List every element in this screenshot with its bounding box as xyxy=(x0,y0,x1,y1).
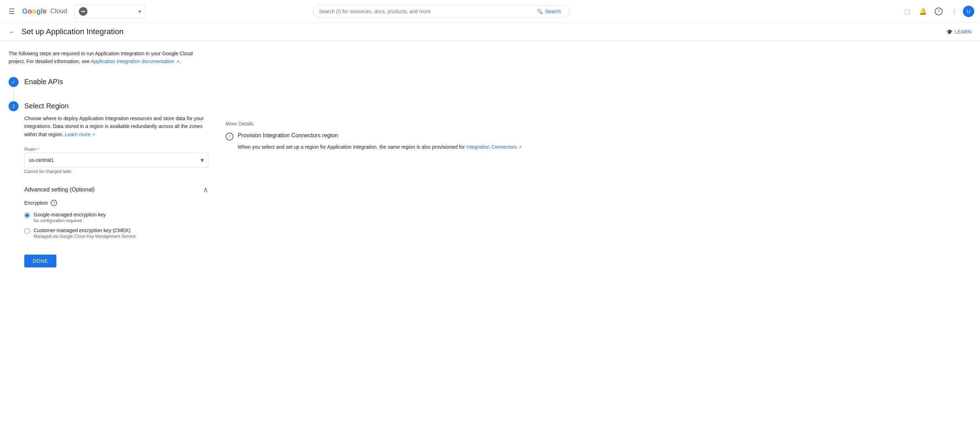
more-details-title: More Details xyxy=(226,121,971,127)
back-button[interactable]: ← xyxy=(9,28,16,36)
documentation-link[interactable]: Application Integration documentation ↗ xyxy=(91,59,179,64)
google-managed-label[interactable]: Google-managed encryption key No configu… xyxy=(24,212,208,223)
region-field: Region * us-central1 us-east1 us-west1 e… xyxy=(24,147,208,174)
step-1-check-icon: ✓ xyxy=(9,77,19,87)
top-nav: ☰ Google Cloud ●● ▾ 🔍 Search ⬚ 🔔 ? ⋮ U xyxy=(0,0,980,23)
encryption-label: Encryption ? xyxy=(24,200,208,206)
chevron-up-icon: ∧ xyxy=(203,185,208,194)
search-bar: 🔍 Search xyxy=(313,5,570,17)
info-content: Provision Integration Connectors region … xyxy=(238,132,522,151)
google-managed-radio[interactable] xyxy=(24,212,30,218)
step-1: ✓ Enable APIs xyxy=(9,77,208,87)
terminal-button[interactable]: ⬚ xyxy=(900,4,914,19)
google-managed-option: Google-managed encryption key No configu… xyxy=(24,212,208,223)
step-2-number: 2 xyxy=(9,101,19,111)
bell-icon: 🔔 xyxy=(919,8,927,15)
advanced-section: Advanced setting (Optional) ∧ Encryption… xyxy=(24,185,208,239)
page-title: Set up Application Integration xyxy=(21,27,124,36)
user-avatar[interactable]: U xyxy=(963,6,974,17)
integration-connectors-link[interactable]: Integration Connectors ↗ xyxy=(466,144,522,150)
secondary-header: ← Set up Application Integration 🎓 LEARN xyxy=(0,23,980,41)
right-panel: More Details i Provision Integration Con… xyxy=(226,49,971,270)
project-selector[interactable]: ●● ▾ xyxy=(74,5,146,18)
terminal-icon: ⬚ xyxy=(904,8,910,15)
learn-icon: 🎓 xyxy=(947,29,953,35)
cloud-text: Cloud xyxy=(50,8,67,15)
description-text: The following steps are required to run … xyxy=(9,49,208,66)
more-icon: ⋮ xyxy=(951,8,958,15)
google-managed-text: Google-managed encryption key No configu… xyxy=(33,212,106,223)
region-select-wrapper: us-central1 us-east1 us-west1 europe-wes… xyxy=(24,153,208,168)
project-chevron-icon: ▾ xyxy=(138,9,141,14)
search-input[interactable] xyxy=(319,9,531,14)
step-1-indicator: ✓ xyxy=(9,77,19,87)
region-select[interactable]: us-central1 us-east1 us-west1 europe-wes… xyxy=(25,153,208,167)
info-icon: i xyxy=(226,133,234,141)
google-cloud-logo: Google Cloud xyxy=(22,7,67,15)
project-avatar: ●● xyxy=(79,7,88,16)
region-note: Cannot be changed later. xyxy=(24,169,208,174)
region-label: Region * xyxy=(24,147,208,151)
notifications-button[interactable]: 🔔 xyxy=(916,4,930,19)
step-2-description: Choose where to deploy Application Integ… xyxy=(24,114,208,138)
learn-label: LEARN xyxy=(955,29,971,35)
step-2-indicator: 2 xyxy=(9,101,19,111)
info-title: Provision Integration Connectors region xyxy=(238,132,522,139)
step-connector xyxy=(9,90,208,101)
help-button[interactable]: ? xyxy=(931,4,946,19)
main-content: The following steps are required to run … xyxy=(0,41,980,279)
customer-managed-subtitle: Managed via Google Cloud Key Management … xyxy=(33,234,135,239)
encryption-help-icon[interactable]: ? xyxy=(51,200,57,206)
learn-button[interactable]: 🎓 LEARN xyxy=(947,29,971,35)
left-panel: The following steps are required to run … xyxy=(9,49,208,270)
google-managed-subtitle: No configuration required xyxy=(33,218,106,223)
project-avatar-icon: ●● xyxy=(81,9,85,13)
customer-managed-option: Customer-managed encryption key (CMEK) M… xyxy=(24,228,208,239)
user-initial: U xyxy=(967,9,970,14)
customer-managed-radio[interactable] xyxy=(24,228,30,234)
advanced-title: Advanced setting (Optional) xyxy=(24,187,95,193)
search-icon: 🔍 xyxy=(537,9,543,14)
done-button[interactable]: DONE xyxy=(24,255,56,268)
step-1-title: Enable APIs xyxy=(24,77,63,86)
connector-line-inner xyxy=(13,90,14,101)
help-icon: ? xyxy=(935,8,943,15)
hamburger-menu[interactable]: ☰ xyxy=(6,4,18,19)
search-button[interactable]: 🔍 Search xyxy=(534,9,563,14)
connector-line xyxy=(9,90,19,101)
nav-icons: ⬚ 🔔 ? ⋮ U xyxy=(900,4,974,19)
search-label: Search xyxy=(545,9,561,14)
step-2-content: Select Region Choose where to deploy App… xyxy=(24,101,208,268)
info-card: i Provision Integration Connectors regio… xyxy=(226,132,971,151)
step-2-title: Select Region xyxy=(24,101,208,110)
advanced-header[interactable]: Advanced setting (Optional) ∧ xyxy=(24,185,208,200)
google-managed-title: Google-managed encryption key xyxy=(33,212,106,217)
info-description: When you select and set up a region for … xyxy=(238,143,522,151)
customer-managed-label[interactable]: Customer-managed encryption key (CMEK) M… xyxy=(24,228,208,239)
steps-container: ✓ Enable APIs 2 Select Region xyxy=(9,77,208,270)
more-options-button[interactable]: ⋮ xyxy=(947,4,961,19)
learn-more-link[interactable]: Learn more ↗ xyxy=(65,131,95,137)
step-2: 2 Select Region Choose where to deploy A… xyxy=(9,101,208,268)
encryption-section: Encryption ? Google-managed encryption k… xyxy=(24,200,208,239)
customer-managed-title: Customer-managed encryption key (CMEK) xyxy=(33,228,135,233)
customer-managed-text: Customer-managed encryption key (CMEK) M… xyxy=(33,228,135,239)
